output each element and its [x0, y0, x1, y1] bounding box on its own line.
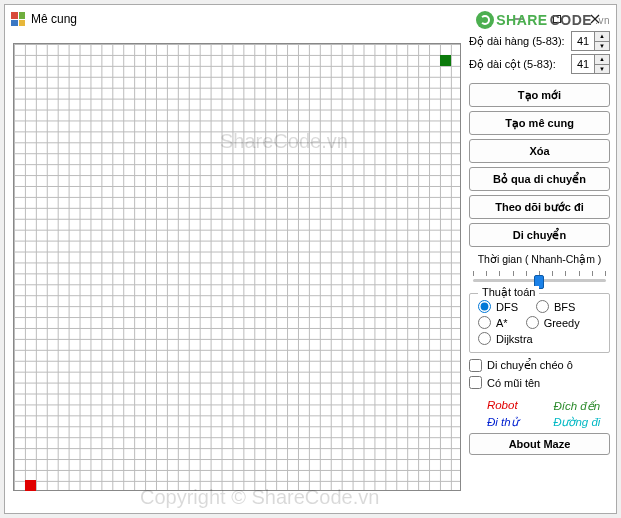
color-legend: Robot Đích đến Đi thử Đường đi [469, 399, 610, 429]
move-button[interactable]: Di chuyển [469, 223, 610, 247]
logo-icon [476, 11, 494, 29]
content-area: SHARECODE.vn Độ dài hàng (5-83): ▲ ▼ Độ … [5, 33, 616, 513]
cols-spinner[interactable]: ▲ ▼ [571, 54, 610, 74]
algo-astar[interactable]: A* [478, 316, 508, 329]
generate-maze-button[interactable]: Tạo mê cung [469, 111, 610, 135]
new-button[interactable]: Tạo mới [469, 83, 610, 107]
cols-value[interactable] [572, 55, 594, 73]
algo-greedy[interactable]: Greedy [526, 316, 580, 329]
algo-dfs[interactable]: DFS [478, 300, 518, 313]
destination-cell [440, 55, 451, 66]
app-window: Mê cung SHARECODE.vn [4, 4, 617, 514]
cols-input-row: Độ dài cột (5-83): ▲ ▼ [469, 54, 610, 74]
maze-pane [5, 33, 465, 513]
arrows-checkbox[interactable]: Có mũi tên [469, 376, 610, 389]
maze-grid[interactable] [13, 43, 461, 491]
cols-up-icon[interactable]: ▲ [595, 55, 609, 64]
legend-destination: Đích đến [544, 399, 611, 413]
legend-tried: Đi thử [469, 415, 536, 429]
algorithm-legend: Thuật toán [478, 286, 539, 299]
app-icon [11, 12, 25, 26]
algo-bfs[interactable]: BFS [536, 300, 575, 313]
legend-path: Đường đi [544, 415, 611, 429]
algorithm-group: Thuật toán DFS BFS A* [469, 293, 610, 353]
rows-input-row: Độ dài hàng (5-83): ▲ ▼ [469, 31, 610, 51]
rows-label: Độ dài hàng (5-83): [469, 35, 571, 48]
clear-button[interactable]: Xóa [469, 139, 610, 163]
trace-steps-button[interactable]: Theo dõi bước đi [469, 195, 610, 219]
rows-value[interactable] [572, 32, 594, 50]
rows-down-icon[interactable]: ▼ [595, 41, 609, 50]
diagonal-checkbox[interactable]: Di chuyển chéo ô [469, 359, 610, 372]
window-title: Mê cung [31, 12, 500, 26]
speed-label: Thời gian ( Nhanh-Chậm ) [469, 253, 610, 265]
algo-dijkstra[interactable]: Dijkstra [478, 332, 533, 345]
about-button[interactable]: About Maze [469, 433, 610, 455]
legend-robot: Robot [469, 399, 536, 413]
control-panel: SHARECODE.vn Độ dài hàng (5-83): ▲ ▼ Độ … [465, 33, 616, 513]
rows-up-icon[interactable]: ▲ [595, 32, 609, 41]
skip-animation-button[interactable]: Bỏ qua di chuyển [469, 167, 610, 191]
cols-label: Độ dài cột (5-83): [469, 58, 571, 71]
robot-cell [25, 480, 36, 491]
brand-logo: SHARECODE.vn [469, 11, 610, 29]
cols-down-icon[interactable]: ▼ [595, 64, 609, 73]
rows-spinner[interactable]: ▲ ▼ [571, 31, 610, 51]
